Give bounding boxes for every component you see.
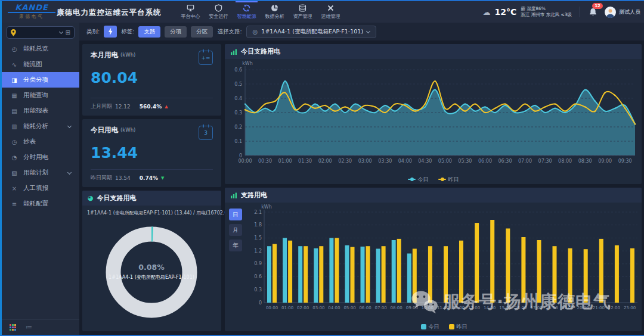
electric-category-button[interactable] (104, 26, 117, 38)
sidebar-item-energy-plan[interactable]: ▧用能计划 (2, 165, 79, 181)
app-window: KANDE 康德电气 康德电力监控运维云平台系统 平台中心安全运行智慧能源数据分… (0, 0, 644, 336)
chevron-down-icon (366, 29, 370, 33)
sidebar-item-classification[interactable]: ◨分类分项 (2, 72, 79, 88)
svg-text:1.2: 1.2 (254, 248, 262, 254)
calendar-month-icon[interactable]: += (199, 51, 213, 65)
svg-text:07:00: 07:00 (518, 158, 532, 164)
weather-details: 霾 湿度86% 浙江 湖州市 东北风 ≤3级 (521, 6, 572, 18)
today-branch-line-chart: 00.10.20.30.40.50.6kWh00:0000:3001:0001:… (225, 59, 642, 175)
svg-text:03:30: 03:30 (378, 158, 392, 164)
branch-usage-bar-chart: 00.30.60.91.21.51.82.1kWh00:0001:0002:00… (246, 203, 642, 322)
svg-text:16:00: 16:00 (515, 306, 527, 310)
tag-pill-zone[interactable]: 分区 (191, 26, 213, 38)
donut-subtitle: 1#1AA4-1 (变电所配电箱EAP-F1-101) (13.44) / 用电… (82, 206, 221, 216)
month-usage-value: 80.04 (91, 69, 213, 86)
svg-text:0.9: 0.9 (254, 261, 262, 266)
sidebar-item-usage-query[interactable]: ▦用能查询 (2, 88, 79, 103)
brand-logo[interactable]: KANDE 康德电气 (8, 3, 55, 20)
user-menu[interactable]: 测试人员 (605, 7, 640, 18)
donut-card-title: 今日支路用电 (97, 194, 137, 203)
svg-text:14:00: 14:00 (484, 306, 496, 310)
svg-text:10:00: 10:00 (422, 306, 434, 310)
svg-text:00:00: 00:00 (238, 158, 252, 164)
donut-chart: 0.08% 1#1AA4-1 (变电所配电箱EAP-F1-101) (82, 216, 221, 325)
sidebar-menu: ◴能耗总览∿能流图◨分类分项▦用能查询▤用能报表▥能耗分析◷抄表◔分时用电▧用能… (2, 41, 79, 319)
collapse-menu-icon[interactable]: ≔ (26, 323, 32, 331)
svg-text:02:00: 02:00 (318, 158, 332, 164)
trend-up-icon: ▲ (165, 104, 168, 109)
sidebar-item-overview[interactable]: ◴能耗总览 (2, 41, 79, 57)
period-toggle-年[interactable]: 年 (229, 239, 242, 251)
nav-item-assets[interactable]: 资产管理 (289, 1, 317, 23)
svg-text:kWh: kWh (242, 61, 253, 66)
month-usage-unit: (kWh) (120, 52, 135, 58)
svg-text:18:00: 18:00 (546, 306, 558, 310)
svg-text:07:30: 07:30 (538, 158, 552, 164)
sidebar-item-energy-flow[interactable]: ∿能流图 (2, 57, 79, 72)
svg-text:06:00: 06:00 (359, 306, 371, 310)
sidebar-item-manual-report[interactable]: ×人工填报 (2, 181, 79, 196)
nav-item-energy[interactable]: 智慧能源 (233, 1, 261, 23)
svg-text:03:00: 03:00 (358, 158, 372, 164)
bar-card-title: 支路用电 (241, 191, 267, 200)
main-content: 本月用电 (kWh) += 80.04 上月同期 12.12 560.4% ▲ … (79, 41, 644, 335)
svg-text:20:00: 20:00 (577, 306, 589, 310)
sidebar-item-tou-power[interactable]: ◔分时用电 (2, 150, 79, 165)
period-toggle-月[interactable]: 月 (229, 224, 242, 236)
svg-text:12:00: 12:00 (453, 306, 465, 310)
sidebar-item-energy-config[interactable]: ≡能耗配置 (2, 196, 79, 211)
branch-select[interactable]: ◎ 1#1AA4-1 (变电所配电箱EAP-F1-101) (246, 26, 377, 38)
svg-text:0: 0 (259, 300, 262, 306)
weather-line1: 霾 湿度86% (521, 6, 572, 12)
safety-icon (215, 4, 222, 12)
period-toggle-日[interactable]: 日 (229, 209, 242, 220)
nav-item-safety[interactable]: 安全运行 (205, 1, 233, 23)
ops-icon (327, 4, 335, 12)
svg-text:08:30: 08:30 (578, 158, 592, 164)
energy-plan-icon: ▧ (11, 170, 18, 176)
temperature: 12°C (495, 7, 517, 17)
branch-usage-bar-card: 支路用电 日月年 00.30.60.91.21.51.82.1kWh00:000… (225, 188, 642, 331)
today-usage-title: 今日用电 (91, 126, 118, 135)
notifications-button[interactable]: 12 (588, 6, 600, 18)
weather-line2: 浙江 湖州市 东北风 ≤3级 (521, 12, 572, 18)
tag-pill-subitem[interactable]: 分项 (165, 26, 187, 38)
calendar-day-icon[interactable]: 3 (199, 126, 213, 140)
svg-text:0.4: 0.4 (234, 96, 242, 101)
sidebar-item-meter-reading[interactable]: ◷抄表 (2, 134, 79, 150)
legend-item-昨日[interactable]: 昨日 (449, 323, 467, 331)
usage-report-icon: ▤ (11, 108, 18, 114)
svg-text:07:00: 07:00 (375, 306, 387, 310)
today-compare-label: 昨日同期 (91, 174, 112, 182)
tag-pill-branch[interactable]: 支路 (138, 26, 160, 38)
legend-item-今日[interactable]: 今日 (408, 176, 429, 183)
category-label: 类别: (86, 28, 100, 36)
device-tree-select[interactable]: ⊞ (7, 26, 75, 39)
svg-text:01:00: 01:00 (278, 158, 292, 164)
line-card-title: 今日支路用电 (241, 47, 280, 56)
nav-item-analysis[interactable]: 数据分析 (261, 1, 289, 23)
today-usage-unit: (kWh) (120, 127, 135, 133)
top-header: KANDE 康德电气 康德电力监控运维云平台系统 平台中心安全运行智慧能源数据分… (2, 1, 644, 23)
sidebar-footer: ≔ (2, 319, 79, 335)
header-divider (580, 7, 580, 17)
donut-center-percent: 0.08% (138, 263, 165, 272)
tag-label: 标签: (121, 28, 134, 36)
app-launcher-icon[interactable] (10, 324, 16, 331)
bar-chart-legend: 今日昨日 (246, 322, 642, 331)
sidebar-item-usage-report[interactable]: ▤用能报表 (2, 103, 79, 119)
nav-item-platform[interactable]: 平台中心 (177, 1, 205, 23)
legend-item-昨日[interactable]: 昨日 (438, 176, 459, 183)
expand-tree-icon[interactable]: ⊞ (66, 29, 70, 36)
legend-item-今日[interactable]: 今日 (421, 323, 439, 331)
svg-text:0.3: 0.3 (254, 287, 262, 293)
svg-text:21:00: 21:00 (593, 306, 605, 310)
svg-text:23:00: 23:00 (624, 306, 636, 310)
month-compare-value: 12.12 (115, 104, 131, 110)
today-usage-card: 今日用电 (kWh) 3 13.44 昨日同期 13.54 0.74% ▼ (82, 119, 221, 187)
bell-icon (589, 8, 597, 16)
donut-center-label: 1#1AA4-1 (变电所配电箱EAP-F1-101) (109, 275, 194, 280)
pie-chart-icon: ◕ (88, 194, 94, 202)
nav-item-ops[interactable]: 运维管理 (317, 1, 345, 23)
sidebar-item-energy-analysis[interactable]: ▥能耗分析 (2, 119, 79, 134)
